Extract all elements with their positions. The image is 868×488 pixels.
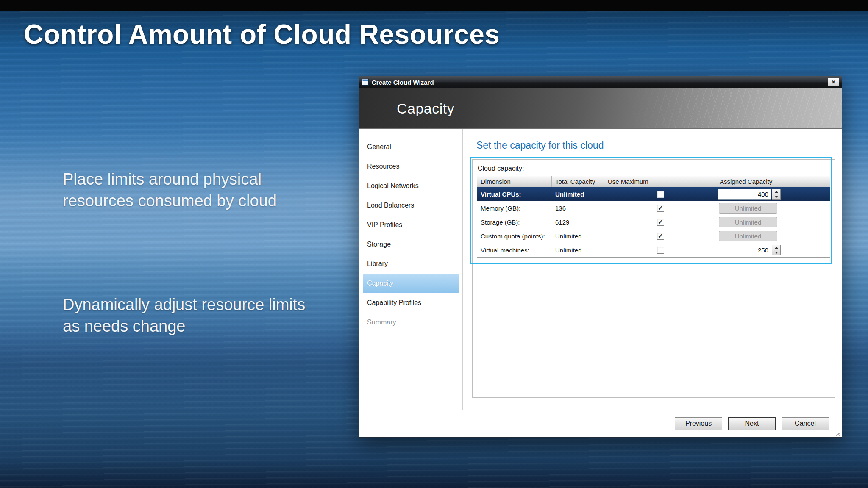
use-maximum-cell — [604, 233, 716, 240]
total-capacity-cell: 136 — [552, 205, 604, 212]
capacity-table-rows: Virtual CPUs:UnlimitedMemory (GB):136Unl… — [477, 187, 830, 257]
assigned-capacity-disabled-field: Unlimited — [719, 217, 777, 227]
content-heading: Set the capacity for this cloud — [476, 140, 604, 151]
assigned-capacity-input[interactable] — [718, 189, 771, 200]
nav-item-logical-networks[interactable]: Logical Networks — [359, 176, 462, 196]
assigned-capacity-disabled-field: Unlimited — [719, 231, 777, 241]
wizard-page-title: Capacity — [397, 100, 454, 116]
slide: Control Amount of Cloud Resources Place … — [0, 0, 868, 488]
column-header-dimension: Dimension — [477, 176, 552, 187]
nav-item-capacity[interactable]: Capacity — [363, 274, 459, 293]
total-capacity-cell: Unlimited — [552, 191, 604, 198]
top-black-bar — [0, 0, 868, 11]
dimension-cell: Virtual machines: — [477, 247, 552, 254]
nav-item-general[interactable]: General — [359, 137, 462, 157]
cancel-button[interactable]: Cancel — [782, 417, 829, 430]
assigned-capacity-cell: Unlimited — [716, 231, 830, 241]
nav-item-vip-profiles[interactable]: VIP Profiles — [359, 215, 462, 235]
assigned-capacity-cell — [716, 245, 830, 255]
nav-item-load-balancers[interactable]: Load Balancers — [359, 196, 462, 215]
capacity-row-3[interactable]: Custom quota (points):UnlimitedUnlimited — [477, 229, 830, 243]
window-titlebar[interactable]: Create Cloud Wizard ✕ — [359, 76, 842, 88]
capacity-row-0[interactable]: Virtual CPUs:Unlimited — [477, 187, 830, 201]
banner-mesh-decoration — [620, 88, 842, 128]
nav-item-library[interactable]: Library — [359, 254, 462, 274]
checkbox-unchecked-icon[interactable] — [657, 247, 664, 254]
nav-item-resources[interactable]: Resources — [359, 157, 462, 176]
dimension-cell: Memory (GB): — [477, 205, 552, 212]
spinner-down-icon[interactable] — [772, 194, 780, 199]
total-capacity-cell: Unlimited — [552, 233, 604, 240]
create-cloud-wizard-window: Create Cloud Wizard ✕ Capacity GeneralRe… — [359, 76, 842, 438]
wizard-body: GeneralResourcesLogical NetworksLoad Bal… — [359, 129, 842, 411]
spinner-up-icon[interactable] — [772, 189, 780, 194]
assigned-capacity-input[interactable] — [718, 245, 771, 255]
capacity-panel: Cloud capacity: Dimension Total Capacity… — [472, 159, 835, 398]
nav-item-storage[interactable]: Storage — [359, 235, 462, 254]
checkbox-checked-icon[interactable] — [657, 233, 664, 240]
dimension-cell: Custom quota (points): — [477, 233, 552, 240]
assigned-capacity-cell: Unlimited — [716, 203, 830, 214]
nav-item-capability-profiles[interactable]: Capability Profiles — [359, 293, 462, 313]
slide-title: Control Amount of Cloud Resources — [24, 19, 500, 50]
assigned-capacity-cell: Unlimited — [716, 217, 830, 227]
window-title: Create Cloud Wizard — [372, 79, 434, 86]
capacity-row-4[interactable]: Virtual machines:Unlimited — [477, 243, 830, 257]
previous-button[interactable]: Previous — [675, 417, 722, 430]
column-header-assigned-capacity: Assigned Capacity — [716, 176, 830, 187]
close-icon[interactable]: ✕ — [828, 78, 839, 86]
total-capacity-cell: 6129 — [552, 219, 604, 226]
checkbox-checked-icon[interactable] — [657, 205, 664, 212]
spinner-up-icon[interactable] — [772, 245, 780, 250]
use-maximum-cell — [604, 219, 716, 226]
column-header-total-capacity: Total Capacity — [552, 176, 604, 187]
wizard-banner: Capacity — [359, 88, 842, 129]
spinner-control[interactable] — [772, 245, 781, 255]
dimension-cell: Virtual CPUs: — [477, 191, 552, 198]
use-maximum-cell — [604, 247, 716, 254]
wizard-footer: Previous Next Cancel — [359, 410, 842, 437]
bullet-text-1: Place limits around physical resources c… — [63, 169, 309, 211]
spinner-down-icon[interactable] — [772, 250, 780, 255]
capacity-row-2[interactable]: Storage (GB):6129Unlimited — [477, 215, 830, 229]
use-maximum-cell — [604, 191, 716, 198]
bullet-text-2: Dynamically adjust resource limits as ne… — [63, 294, 309, 337]
checkbox-unchecked-icon[interactable] — [657, 191, 664, 198]
wizard-app-icon — [362, 79, 369, 86]
capacity-table: Dimension Total Capacity Use Maximum Ass… — [477, 176, 830, 258]
dimension-cell: Storage (GB): — [477, 219, 552, 226]
column-header-use-maximum: Use Maximum — [604, 176, 716, 187]
assigned-capacity-disabled-field: Unlimited — [719, 203, 777, 214]
capacity-row-1[interactable]: Memory (GB):136Unlimited — [477, 201, 830, 215]
assigned-capacity-cell — [716, 189, 830, 200]
total-capacity-cell: Unlimited — [552, 247, 604, 254]
checkbox-checked-icon[interactable] — [657, 219, 664, 226]
next-button[interactable]: Next — [728, 417, 776, 430]
wizard-nav: GeneralResourcesLogical NetworksLoad Bal… — [359, 129, 463, 411]
spinner-control[interactable] — [772, 189, 781, 200]
nav-item-summary: Summary — [359, 313, 462, 332]
wizard-content: Set the capacity for this cloud Cloud ca… — [463, 129, 842, 411]
cloud-capacity-label: Cloud capacity: — [478, 165, 830, 172]
capacity-table-header: Dimension Total Capacity Use Maximum Ass… — [477, 176, 830, 187]
use-maximum-cell — [604, 205, 716, 212]
